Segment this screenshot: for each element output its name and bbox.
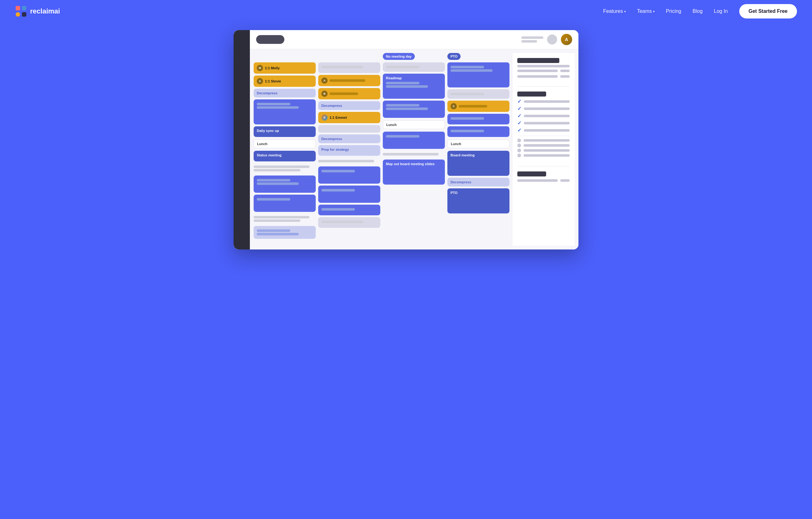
rp-line-1 xyxy=(524,100,570,103)
event-status-meeting[interactable]: Status meeting xyxy=(254,151,316,161)
event-light-bottom[interactable] xyxy=(254,226,316,239)
col4-blue-s1[interactable] xyxy=(447,114,510,124)
dot-icon-1 xyxy=(517,139,521,142)
rp-check-2[interactable]: ✓ xyxy=(517,113,570,119)
event-blue-2[interactable] xyxy=(254,176,316,193)
col2-yellow-2[interactable]: B xyxy=(318,88,380,99)
check-icon-2: ✓ xyxy=(517,113,521,119)
rp-uncheck-3[interactable] xyxy=(517,144,570,147)
bar xyxy=(459,105,487,108)
event-label-decompress-col4: Decompress xyxy=(451,180,471,184)
event-1-1-emmet[interactable]: E 1:1 Emmet xyxy=(318,112,380,123)
bar xyxy=(257,230,290,232)
event-label-molly: 1:1 Molly xyxy=(265,66,280,70)
event-decompress-col4[interactable]: Decompress xyxy=(447,178,510,186)
event-label-decompress-3: Decompress xyxy=(321,137,342,141)
event-daily-sync[interactable]: Daily sync up xyxy=(254,126,316,137)
event-decompress-2[interactable]: Decompress xyxy=(318,101,380,110)
col3-blue-1[interactable] xyxy=(383,101,445,118)
rp-dark-bar-3 xyxy=(517,172,546,177)
bar xyxy=(329,79,365,82)
event-blue-1[interactable] xyxy=(254,99,316,124)
col2-yellow-1[interactable]: A xyxy=(318,75,380,86)
event-lunch-col4[interactable]: Lunch xyxy=(447,140,510,148)
rp-section-3 xyxy=(517,172,570,183)
gray-bar-c3 xyxy=(383,153,439,155)
rp-check-1[interactable]: ✓ xyxy=(517,98,570,104)
rp-uncheck-1[interactable]: ✓ xyxy=(517,127,570,133)
bar xyxy=(386,66,419,68)
event-label-lunch-1: Lunch xyxy=(257,142,267,146)
event-label-map-board: Map out board meeting slides xyxy=(386,162,435,166)
event-1-1-stevie[interactable]: S 1:1 Stevie xyxy=(254,75,316,87)
col2-blue-3[interactable] xyxy=(318,205,380,215)
col2-avatar-2: B xyxy=(321,91,328,97)
event-decompress-3[interactable]: Decompress xyxy=(318,134,380,143)
top-bar-lines xyxy=(521,36,543,42)
event-roadmap[interactable]: Roadmap xyxy=(383,74,445,99)
col4-blue-tall-1[interactable] xyxy=(447,62,510,87)
nav-blog[interactable]: Blog xyxy=(693,8,703,14)
bar xyxy=(329,92,358,95)
day-col-2: A B Decompress xyxy=(318,53,380,246)
dot-icon-4 xyxy=(517,154,521,157)
bar xyxy=(321,221,364,223)
event-label-roadmap: Roadmap xyxy=(386,76,402,80)
event-lunch-1[interactable]: Lunch xyxy=(254,140,316,148)
col1-gray-bars xyxy=(254,163,316,174)
col2-gray-1[interactable] xyxy=(318,62,380,73)
rp-dark-bar-2 xyxy=(517,92,546,96)
event-1-1-molly[interactable]: M 1:1 Molly xyxy=(254,62,316,74)
bar xyxy=(386,104,419,106)
col4-blue-s2[interactable] xyxy=(447,126,510,137)
event-label-pto: PTO xyxy=(451,191,457,195)
col2-blue-2[interactable] xyxy=(318,186,380,203)
bar xyxy=(451,69,493,72)
col4-yellow-1[interactable]: C xyxy=(447,101,510,112)
day-col-1: M 1:1 Molly S 1:1 Stevie Decompress xyxy=(254,53,316,246)
check-icon-2b: ✓ xyxy=(517,120,521,126)
day-col-4: PTO C xyxy=(447,53,510,246)
get-started-button[interactable]: Get Started Free xyxy=(739,4,797,19)
col2-gray-2[interactable] xyxy=(318,125,380,132)
teams-chevron-icon: ▾ xyxy=(653,10,655,13)
event-lunch-col3[interactable]: Lunch xyxy=(383,120,445,129)
svg-rect-2 xyxy=(16,12,20,17)
nav-teams[interactable]: Teams ▾ xyxy=(637,8,655,14)
event-decompress-1[interactable]: Decompress xyxy=(254,89,316,97)
logo-text: reclaimai xyxy=(30,7,60,16)
event-map-board[interactable]: Map out board meeting slides xyxy=(383,159,445,185)
sidebar xyxy=(234,30,250,249)
nav-pricing[interactable]: Pricing xyxy=(666,8,681,14)
col2-gray-bottom[interactable] xyxy=(318,217,380,228)
event-label-lunch-col4: Lunch xyxy=(451,142,461,146)
nav-features[interactable]: Features ▾ xyxy=(603,8,626,14)
check-icon-1: ✓ xyxy=(517,98,521,104)
event-pto[interactable]: PTO xyxy=(447,188,510,213)
rp-uncheck-5[interactable] xyxy=(517,154,570,157)
check-icon-1b: ✓ xyxy=(517,105,521,112)
rp-uncheck-2[interactable] xyxy=(517,139,570,142)
bar xyxy=(451,66,484,68)
col3-blue-2[interactable] xyxy=(383,132,445,149)
rp-uncheck-4[interactable] xyxy=(517,149,570,152)
event-board-meeting[interactable]: Board meeting xyxy=(447,151,510,176)
event-label-decompress-2: Decompress xyxy=(321,104,342,108)
bar xyxy=(451,117,484,120)
top-bar-pill[interactable] xyxy=(256,35,284,44)
gray-bar-b2 xyxy=(254,219,300,222)
rp-gray-5 xyxy=(560,75,570,78)
nav-login[interactable]: Log In xyxy=(714,8,728,14)
svg-rect-1 xyxy=(22,6,26,10)
rp-gray-3 xyxy=(560,69,570,72)
rp-dark-bar-1 xyxy=(517,58,559,63)
user-avatar[interactable]: A xyxy=(561,34,572,45)
features-chevron-icon: ▾ xyxy=(624,10,626,13)
event-prep-strategy[interactable]: Prep for strategy xyxy=(318,145,380,156)
rp-bar-row-3 xyxy=(517,178,570,183)
event-blue-3[interactable] xyxy=(254,195,316,212)
col4-gray-1[interactable] xyxy=(447,89,510,99)
logo[interactable]: reclaimai xyxy=(15,5,60,17)
top-bar: A xyxy=(250,30,578,49)
col2-blue-1[interactable] xyxy=(318,166,380,184)
